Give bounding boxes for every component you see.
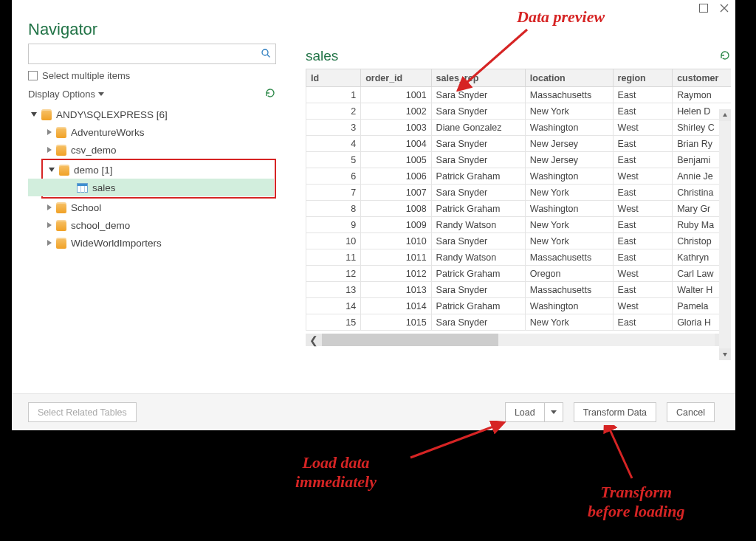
column-header[interactable]: region (613, 69, 673, 87)
table-row[interactable]: 91009Randy WatsonNew YorkEastRuby Ma (306, 217, 732, 233)
table-row[interactable]: 71007Sara SnyderNew YorkEastChristina (306, 185, 732, 201)
dialog-title: Navigator (12, 15, 735, 44)
table-cell: 1010 (361, 233, 431, 249)
table-cell: 12 (306, 266, 361, 282)
tree-db-node[interactable]: csv_demo (28, 141, 276, 159)
expand-icon[interactable] (47, 204, 52, 210)
navigator-dialog: Navigator Select multiple items Display … (12, 0, 735, 430)
table-cell: Sara Snyder (431, 103, 525, 120)
scroll-down-icon[interactable] (719, 348, 731, 360)
tree-server-node[interactable]: ANDY\SQLEXPRESS [6] (28, 106, 276, 123)
table-row[interactable]: 141014Patrick GrahamWashingtonWestPamela (306, 298, 732, 314)
table-cell: Patrick Graham (431, 298, 525, 314)
table-cell: West (613, 266, 673, 282)
tree-db-node[interactable]: demo [1] (46, 161, 275, 179)
table-cell: Diane Gonzalez (431, 120, 525, 136)
tree-db-node[interactable]: WideWorldImporters (28, 234, 276, 252)
table-cell: 6 (306, 168, 361, 185)
table-row[interactable]: 11001Sara SnyderMassachusettsEastRaymon (306, 87, 732, 103)
column-header[interactable]: customer (673, 69, 731, 87)
server-icon (41, 109, 52, 120)
expand-icon[interactable] (31, 112, 37, 117)
maximize-icon[interactable] (698, 3, 709, 15)
select-related-button[interactable]: Select Related Tables (28, 402, 137, 422)
table-cell: 8 (306, 201, 361, 217)
table-row[interactable]: 61006Patrick GrahamWashingtonWestAnnie J… (306, 168, 732, 185)
tree-db-label: WideWorldImporters (71, 238, 162, 249)
table-cell: 2 (306, 103, 361, 120)
preview-panel: sales Idorder_idsales_replocationregionc… (285, 44, 735, 393)
table-cell: Sara Snyder (431, 233, 525, 249)
highlight-box: demo [1] sales (41, 159, 276, 199)
table-cell: New York (525, 217, 613, 233)
tree-db-node[interactable]: school_demo (28, 216, 276, 234)
transform-data-button[interactable]: Transform Data (574, 402, 656, 422)
search-icon (261, 48, 271, 61)
table-row[interactable]: 21002Sara SnyderNew YorkEastHelen D (306, 103, 732, 120)
table-cell: 4 (306, 136, 361, 152)
table-row[interactable]: 101010Sara SnyderNew YorkEastChristop (306, 233, 732, 249)
refresh-icon[interactable] (264, 87, 276, 101)
tree-table-node[interactable]: sales (28, 179, 274, 196)
load-dropdown-button[interactable] (544, 402, 563, 422)
table-cell: Sara Snyder (431, 136, 525, 152)
table-cell: 1013 (361, 282, 431, 298)
table-row[interactable]: 51005Sara SnyderNew JerseyEastBenjami (306, 152, 732, 168)
table-row[interactable]: 81008Patrick GrahamWashingtonWestMary Gr (306, 201, 732, 217)
table-cell: New Jersey (525, 152, 613, 168)
checkbox-icon[interactable] (28, 71, 38, 80)
table-cell: 1009 (361, 217, 431, 233)
table-cell: East (613, 185, 673, 201)
table-cell: Washington (525, 201, 613, 217)
table-row[interactable]: 111011Randy WatsonMassachusettsEastKathr… (306, 249, 732, 266)
column-header[interactable]: Id (306, 69, 361, 87)
table-icon (77, 183, 88, 193)
column-header[interactable]: location (525, 69, 613, 87)
table-cell: East (613, 152, 673, 168)
table-cell: Sara Snyder (431, 185, 525, 201)
table-row[interactable]: 131013Sara SnyderMassachusettsEastWalter… (306, 282, 732, 298)
expand-icon[interactable] (47, 129, 52, 135)
column-header[interactable]: sales_rep (431, 69, 525, 87)
tree-table-label: sales (92, 182, 116, 193)
close-icon[interactable] (719, 3, 729, 15)
select-multiple-row[interactable]: Select multiple items (28, 64, 276, 84)
scroll-up-icon[interactable] (719, 109, 731, 121)
table-cell: Raymon (673, 87, 731, 103)
scroll-left-icon[interactable]: ❮ (306, 334, 322, 346)
expand-icon[interactable] (47, 147, 52, 153)
search-input[interactable] (28, 44, 276, 64)
horizontal-scrollbar[interactable]: ❮ ❯ (306, 334, 731, 346)
table-row[interactable]: 121012Patrick GrahamOregonWestCarl Law (306, 266, 732, 282)
cancel-button[interactable]: Cancel (667, 402, 715, 422)
display-options-dropdown[interactable]: Display Options (28, 89, 104, 100)
database-icon (59, 165, 69, 176)
load-button[interactable]: Load (505, 402, 544, 422)
table-cell: Sara Snyder (431, 152, 525, 168)
table-cell: 1006 (361, 168, 431, 185)
table-cell: New Jersey (525, 136, 613, 152)
database-icon (56, 145, 66, 156)
vertical-scrollbar[interactable] (719, 109, 731, 360)
table-cell: Sara Snyder (431, 282, 525, 298)
expand-icon[interactable] (49, 168, 55, 172)
data-grid[interactable]: Idorder_idsales_replocationregioncustome… (306, 69, 731, 331)
tree-db-node[interactable]: School (28, 199, 276, 216)
table-cell: East (613, 87, 673, 103)
table-row[interactable]: 31003Diane GonzalezWashingtonWestShirley… (306, 120, 732, 136)
chevron-down-icon (98, 92, 104, 96)
expand-icon[interactable] (47, 240, 52, 246)
table-cell: 9 (306, 217, 361, 233)
table-cell: 5 (306, 152, 361, 168)
refresh-icon[interactable] (719, 49, 731, 63)
table-row[interactable]: 151015Sara SnyderNew YorkEastGloria H (306, 314, 732, 331)
column-header[interactable]: order_id (361, 69, 431, 87)
table-cell: West (613, 120, 673, 136)
table-row[interactable]: 41004Sara SnyderNew JerseyEastBrian Ry (306, 136, 732, 152)
tree-db-node[interactable]: AdventureWorks (28, 123, 276, 141)
table-cell: 1007 (361, 185, 431, 201)
database-icon (56, 127, 66, 138)
annotation-load-hint: Load data immediately (295, 453, 377, 492)
expand-icon[interactable] (47, 222, 52, 228)
tree-server-label: ANDY\SQLEXPRESS [6] (56, 109, 168, 120)
